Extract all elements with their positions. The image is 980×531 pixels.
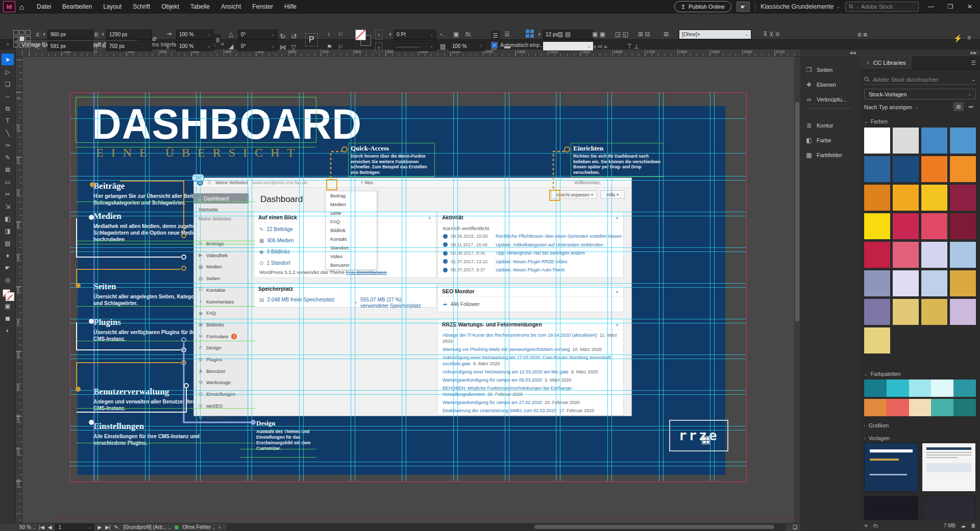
stroke-type-select[interactable]: ⌄ <box>394 41 436 51</box>
color-swatch[interactable] <box>921 299 947 325</box>
flip-vertical-icon[interactable]: ▽ <box>291 43 296 51</box>
collapse-icon[interactable]: ▲ <box>428 215 432 220</box>
next-page-icon[interactable]: ▶ <box>97 524 102 530</box>
publish-online-button[interactable]: ↥ Publish Online <box>674 1 731 12</box>
hierarchy3-icon[interactable]: ⚐ <box>338 43 344 50</box>
content-collector-tool-icon[interactable]: ⧉ <box>2 103 14 114</box>
corner-options-icon[interactable]: ▫. <box>440 31 444 38</box>
prev-page-icon[interactable]: ◀ <box>48 524 52 530</box>
list-view-icon[interactable]: ≔ <box>966 102 976 111</box>
collapse-dock-icon[interactable]: ◀◀ <box>849 50 855 55</box>
color-swatch[interactable] <box>893 156 919 182</box>
wp-sidebar-item-beiträge[interactable]: ✎Beiträge <box>194 241 249 246</box>
color-swatch[interactable] <box>921 156 947 182</box>
screen-mode-icon[interactable]: ◐ <box>2 324 14 336</box>
wp-sidebar-item-faq[interactable]: ◉FAQ <box>194 310 249 316</box>
color-swatch[interactable] <box>864 327 890 353</box>
wp-activity-entry[interactable]: 31.07.2017, 13:22Update: Neues Plugin RR… <box>443 259 567 264</box>
color-swatch[interactable] <box>864 242 890 268</box>
quick-apply-icon[interactable]: ⚡ <box>953 34 962 42</box>
constrain-dimensions-icon[interactable]: ⌀ <box>152 34 156 42</box>
color-swatch[interactable] <box>864 128 890 154</box>
color-swatch[interactable] <box>893 270 919 296</box>
wp-feed-entry[interactable]: Warnung vor Phishing-Mails mit passwortg… <box>443 347 619 353</box>
textwrap-none-icon[interactable]: ☰ <box>491 31 500 41</box>
color-swatch[interactable] <box>921 213 947 239</box>
reference-point-proxy[interactable] <box>13 30 31 47</box>
drop-shadow-icon[interactable]: ▣ <box>453 31 459 38</box>
color-swatch[interactable] <box>921 128 947 154</box>
wp-sidebar-item-bildlinks[interactable]: ▣Bildlinks <box>194 322 249 327</box>
scale-y-input[interactable]: 100 %⌄ <box>176 41 214 51</box>
wp-activity-entry[interactable]: 03.08.2017, 8:36Tipp: Hintergrund-Titel … <box>443 250 585 256</box>
color-swatch[interactable] <box>950 242 976 268</box>
wp-new-menu-medien[interactable]: Medien <box>326 200 377 209</box>
panel-toggle-icon[interactable]: ❏ <box>793 524 800 530</box>
wp-activity-entry[interactable]: 09.11.2017, 16:48Update: Artikelkategori… <box>443 242 603 247</box>
gradient-tool-icon[interactable]: ◧ <box>2 213 14 224</box>
wp-sidebar-item-medien[interactable]: ▦Medien <box>194 264 249 269</box>
menu-datei[interactable]: Datei <box>31 0 57 13</box>
rotation-input[interactable]: 0°⌄ <box>238 30 278 39</box>
preflight-status[interactable]: Ohne Fehler ⌄ <box>182 524 215 530</box>
color-swatch[interactable] <box>921 242 947 268</box>
wp-sidebar-sub-0[interactable]: Startseite <box>194 207 249 212</box>
dock-tab-seiten[interactable]: ❐Seiten <box>800 63 860 77</box>
more-icons[interactable]: ⧈ ⧇ <box>857 31 867 38</box>
zoom-level-select[interactable]: 50 % ⌄ <box>19 524 35 530</box>
menu-hilfe[interactable]: Hilfe <box>279 0 302 13</box>
sync-cloud-icon[interactable]: ☁ <box>961 523 966 528</box>
wp-sidebar-item-kontakte[interactable]: ☷Kontakte <box>194 287 249 293</box>
menu-tabelle[interactable]: Tabelle <box>185 0 215 13</box>
fitcontent-icons[interactable]: ◲ ◱ <box>615 31 628 38</box>
vertical-scrollbar[interactable] <box>794 56 800 523</box>
wp-new-menu-video[interactable]: Video <box>326 252 377 261</box>
color-swatch[interactable] <box>893 185 919 211</box>
collapse-icon[interactable]: ▲ <box>615 322 619 327</box>
wp-sidebar-item-benutzer[interactable]: ♟Benutzer <box>194 368 249 374</box>
wp-feed-entry[interactable]: BEHOBEN: Mögliche Funktionseinschränkung… <box>443 386 619 397</box>
wp-new-menu-beitrag[interactable]: Beitrag <box>326 191 377 200</box>
dock-tab-kontur[interactable]: ≣Kontur <box>800 119 860 132</box>
section-palettes[interactable]: ⌄Farbpaletten <box>864 371 901 377</box>
wp-sidebar-item-kommentare[interactable]: ◗Kommentare <box>194 299 249 305</box>
wp-new-menu-seite[interactable]: Seite <box>326 209 377 217</box>
stroke-weight-input[interactable]: 0 Pt⌄ <box>394 30 436 39</box>
panel-menu-icon[interactable]: ≡ <box>967 34 971 41</box>
wp-feed-entry[interactable]: Wartungsankündigung für campo am 05.03.2… <box>443 377 619 384</box>
wp-feed-entry[interactable]: Deaktivierung der Unterstützung SMB1 zum… <box>443 408 619 414</box>
wp-help-button[interactable]: Hilfe▾ <box>600 190 625 199</box>
fill-stroke-proxy[interactable] <box>355 30 371 45</box>
rotate-ccw-icon[interactable]: ↺ <box>291 32 297 40</box>
x-input[interactable]: 960 px <box>47 30 93 39</box>
dock-tab-farbe[interactable]: ◧Farbe <box>800 134 860 147</box>
wp-feed-entry[interactable]: Wartungsankündigung für campo am 27.02.2… <box>443 400 619 406</box>
wp-glance-2[interactable]: ◉9 Bildlinks <box>259 249 290 255</box>
gap-tool-icon[interactable]: ⇔ <box>2 90 14 102</box>
wp-feed-entry[interactable]: Absage der IT-Kurse des Rechenzentrums b… <box>443 333 619 344</box>
template-thumbnail[interactable] <box>864 443 918 492</box>
wp-sidebar-item-plugins[interactable]: ⚙Plugins <box>194 357 249 362</box>
new-folder-icon[interactable]: 🗀 <box>873 523 878 528</box>
effects-icon[interactable]: fx. <box>465 31 472 38</box>
preset-select[interactable]: [Ohne]+⌄ <box>679 30 751 39</box>
stroke-proxy-icon[interactable]: › <box>375 42 382 53</box>
color-swatch[interactable] <box>921 185 947 211</box>
formatting-container-icon[interactable]: ▣ <box>2 300 14 312</box>
wp-feed-entry[interactable]: Ankündigung einer Netzwartung am 17.03.2… <box>443 355 619 367</box>
preflight-icon[interactable]: ✎. <box>114 524 119 530</box>
wp-new-menu-bildlink[interactable]: Bildlink <box>326 226 377 235</box>
grid-view-icon[interactable]: ⊞ <box>953 102 964 111</box>
selection-tool-icon[interactable]: ➤ <box>2 54 14 65</box>
scroll-left-icon[interactable]: ‹ <box>219 524 220 530</box>
wp-storage-used[interactable]: ◔555,07 MB (27 %) verwendeter Speicherpl… <box>354 297 431 309</box>
wp-glance-0[interactable]: ✎22 Beiträge <box>259 226 293 232</box>
canvas[interactable]: 0100200300400500600700800900100011001200… <box>15 56 800 523</box>
wp-sidebar-sub-1[interactable]: Meine Websites <box>194 216 249 221</box>
add-item-icon[interactable]: + <box>864 522 868 529</box>
dock-tab-verknpfu[interactable]: ∞Verknüpfu... <box>800 93 860 106</box>
color-swatch[interactable] <box>950 270 976 296</box>
pen-tool-icon[interactable]: ✑ <box>2 139 14 151</box>
page-tool-icon[interactable]: ❏ <box>2 78 14 90</box>
zoom-tool-icon[interactable]: ◎ <box>2 274 14 286</box>
